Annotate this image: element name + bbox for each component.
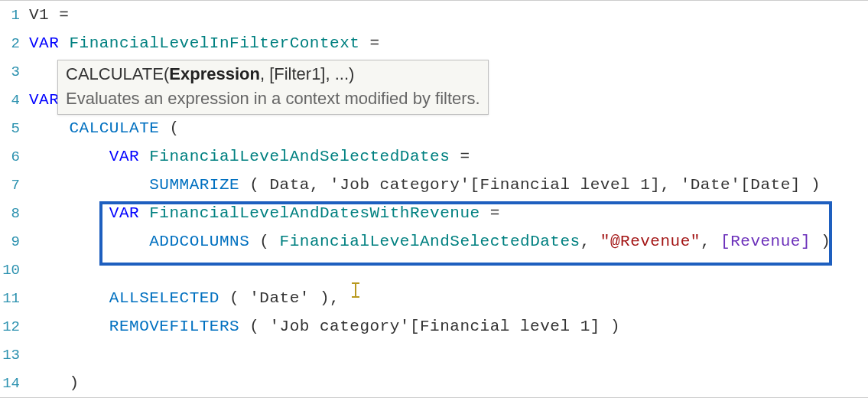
code-line[interactable]: 9 ADDCOLUMNS ( FinancialLevelAndSelected… bbox=[0, 227, 868, 256]
line-number: 2 bbox=[0, 35, 24, 52]
variable-ref: FinancialLevelAndSelectedDates bbox=[280, 233, 580, 250]
keyword-var: VAR bbox=[29, 91, 59, 109]
code-line[interactable]: 1 V1 = bbox=[0, 1, 868, 29]
line-number: 12 bbox=[0, 318, 24, 335]
line-number: 1 bbox=[0, 7, 24, 24]
tooltip-func: CALCULATE bbox=[66, 64, 164, 83]
line-number: 14 bbox=[0, 375, 24, 392]
line-number: 5 bbox=[0, 120, 24, 137]
line-number: 10 bbox=[0, 262, 24, 279]
line-number: 11 bbox=[0, 290, 24, 307]
line-number: 8 bbox=[0, 205, 24, 222]
line-number: 6 bbox=[0, 148, 24, 165]
function-name: REMOVEFILTERS bbox=[109, 318, 239, 335]
dax-editor[interactable]: 1 V1 = 2 VAR FinancialLevelInFilterConte… bbox=[0, 0, 868, 398]
variable-name: FinancialLevelAndSelectedDates bbox=[149, 148, 450, 165]
measure-ref: [Revenue] bbox=[720, 233, 811, 250]
keyword-var: VAR bbox=[109, 148, 139, 165]
code-line[interactable]: 2 VAR FinancialLevelInFilterContext = bbox=[0, 29, 868, 57]
token: V1 = bbox=[29, 6, 69, 24]
variable-name: FinancialLevelAndDatesWithRevenue bbox=[149, 204, 480, 222]
text-cursor-icon bbox=[352, 282, 364, 298]
tooltip-desc: Evaluates an expression in a context mod… bbox=[66, 86, 480, 111]
code-line[interactable]: 14 ) bbox=[0, 369, 868, 397]
keyword-var: VAR bbox=[29, 34, 59, 52]
code-line[interactable]: 8 VAR FinancialLevelAndDatesWithRevenue … bbox=[0, 199, 868, 227]
code-line[interactable]: 6 VAR FinancialLevelAndSelectedDates = bbox=[0, 142, 868, 171]
code-line[interactable]: 7 SUMMARIZE ( Data, 'Job category'[Finan… bbox=[0, 171, 868, 199]
function-name: ADDCOLUMNS bbox=[149, 233, 249, 250]
function-name: CALCULATE bbox=[69, 119, 159, 137]
code-line[interactable]: 11 ALLSELECTED ( 'Date' ), bbox=[0, 284, 868, 312]
code-line[interactable]: 13 bbox=[0, 341, 868, 369]
line-number: 4 bbox=[0, 92, 24, 109]
function-name: SUMMARIZE bbox=[149, 176, 239, 194]
line-number: 3 bbox=[0, 64, 24, 80]
variable-name: FinancialLevelInFilterContext bbox=[69, 34, 359, 52]
code-line[interactable]: 10 bbox=[0, 256, 868, 284]
code-line[interactable]: 5 CALCULATE ( bbox=[0, 114, 868, 142]
keyword-var: VAR bbox=[109, 204, 139, 222]
string-literal: "@Revenue" bbox=[600, 233, 701, 250]
line-number: 13 bbox=[0, 347, 24, 364]
token: ) bbox=[69, 374, 79, 392]
line-number: 9 bbox=[0, 233, 24, 250]
code-line[interactable]: 12 REMOVEFILTERS ( 'Job category'[Financ… bbox=[0, 312, 868, 341]
tooltip-param: Expression bbox=[169, 64, 260, 83]
function-name: ALLSELECTED bbox=[109, 289, 219, 307]
line-number: 7 bbox=[0, 177, 24, 194]
intellisense-tooltip: CALCULATE(Expression, [Filter1], ...) Ev… bbox=[57, 60, 489, 115]
